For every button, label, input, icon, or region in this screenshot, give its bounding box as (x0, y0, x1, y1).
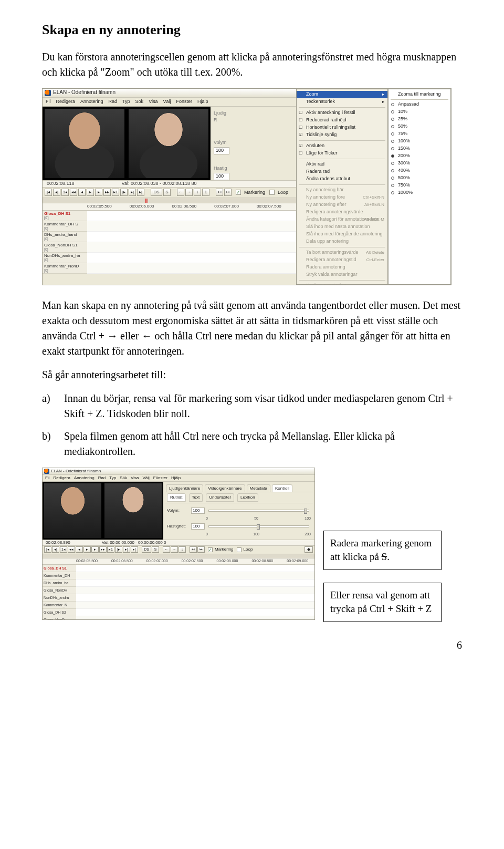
goto-end-button[interactable]: ▸| (123, 546, 130, 553)
step-back-px-button[interactable]: ◂ (78, 189, 86, 196)
sel-left-button[interactable]: ← (163, 546, 170, 553)
menu-valj[interactable]: Välj (163, 98, 171, 105)
ctx-item[interactable]: ☐Horisontiellt rullningslist (297, 124, 387, 131)
menu-annotering[interactable]: Annotering (80, 98, 103, 105)
ctx-item[interactable]: Radera annotering (297, 264, 387, 271)
ctx-item[interactable]: Ny annotering här (297, 187, 387, 194)
to-left-button[interactable]: ↤ (190, 546, 197, 553)
menu-item[interactable]: Sök (120, 475, 127, 481)
markering-checkbox[interactable] (208, 547, 213, 552)
tier-row[interactable] (76, 602, 314, 609)
sel-down-button[interactable]: ↓ (194, 189, 201, 196)
tier-row[interactable] (76, 594, 314, 602)
ctx-item[interactable]: Slå ihop med nästa annotation (297, 223, 387, 231)
tab-ljudigenkannare[interactable]: Ljudigenkännare (166, 484, 203, 492)
annotation-canvas[interactable] (76, 565, 314, 620)
zoom-option[interactable]: 25% (388, 116, 450, 123)
tab-metadata[interactable]: Metadata (247, 484, 270, 492)
play-button[interactable]: ▸ (83, 546, 91, 553)
hastighet-value[interactable]: 100 (191, 523, 205, 530)
menu-item[interactable]: Visa (131, 475, 139, 481)
subtab-rutnat[interactable]: Rutnät (167, 493, 186, 502)
ctx-item[interactable]: Ändra radens attribut (297, 175, 387, 183)
tab-kontroll[interactable]: Kontroll (272, 484, 292, 492)
menu-redigera[interactable]: Redigera (56, 98, 76, 105)
tier-label[interactable]: Kommentar_N (43, 602, 76, 609)
markering-checkbox[interactable] (236, 190, 241, 195)
hastighet-slider[interactable] (208, 525, 309, 527)
menu-item[interactable]: Hjälp (171, 475, 181, 481)
time-ruler[interactable]: 00:02:05.500 00:02:06.500 00:02:07.000 0… (43, 558, 314, 565)
tier-label[interactable]: NonDHs_andra (43, 594, 76, 602)
zoom-option[interactable]: Anpassad (388, 101, 450, 108)
ctx-item[interactable]: Kopiera annotering (297, 282, 387, 285)
menu-fil[interactable]: Fil (46, 98, 51, 105)
tier-label[interactable]: NonDHs_andra_ha[0] (43, 253, 87, 263)
tier-label[interactable]: DHs_andra_ha (43, 579, 76, 587)
ctx-item[interactable]: Stryk valda annoteringar (297, 271, 387, 278)
subtab-undertexter[interactable]: Undertexter (206, 493, 234, 502)
s-button[interactable]: S (163, 189, 171, 196)
menu-item[interactable]: Fönster (153, 475, 167, 481)
sel-left-button[interactable]: ← (177, 189, 184, 196)
to-left-button[interactable]: ↤ (216, 189, 223, 196)
tier-label[interactable]: Glosa_DH S1[0] (43, 211, 87, 221)
ctx-zoom[interactable]: Zoom▸ (297, 91, 387, 98)
to-right-button[interactable]: ↦ (224, 189, 232, 196)
ctx-item[interactable]: Aktiv rad (297, 161, 387, 168)
loop-checkbox[interactable] (237, 547, 242, 552)
menu-item[interactable]: Typ (109, 475, 116, 481)
zoom-option[interactable]: 200% (388, 152, 450, 160)
tier-row[interactable] (76, 616, 314, 620)
tier-label[interactable]: Kommentar_DH (43, 572, 76, 579)
step-fwd-sec-button[interactable]: ▸1 (112, 189, 119, 196)
tier-label[interactable]: Kommentar_NonD[0] (43, 263, 87, 274)
selection-mode-button[interactable]: ◆ (304, 546, 313, 553)
ctx-item[interactable]: Redigera annoteringsvärde (297, 209, 387, 216)
play-selection-button[interactable]: ▸| (137, 189, 144, 196)
tier-label[interactable]: Kommentar_DH S[0] (43, 221, 87, 232)
zoom-option[interactable]: 500% (388, 174, 450, 182)
menu-item[interactable]: Rad (98, 475, 106, 481)
menu-item[interactable]: Välj (142, 475, 149, 481)
ctx-item[interactable]: ☑Tidslinje synlig (297, 131, 387, 139)
density-bar[interactable] (43, 554, 314, 558)
tier-label[interactable]: DHs_andra_hand[0] (43, 232, 87, 242)
zoom-submenu[interactable]: Zooma till markering Anpassad 10% 25% 50… (388, 89, 451, 285)
menu-item[interactable]: Redigera (53, 475, 70, 481)
ctx-item[interactable]: ☑Ansluten (297, 142, 387, 150)
ctx-item[interactable]: Radera rad (297, 168, 387, 175)
menu-item[interactable]: Fil (45, 475, 49, 481)
step-fwd-frame-button[interactable]: ▸▸ (99, 546, 107, 553)
tier-row[interactable] (76, 572, 314, 579)
context-menu[interactable]: Zoom▸ Teckenstorlek▸ ☐Aktiv anteckning i… (296, 89, 388, 285)
subtab-text[interactable]: Text (189, 493, 203, 502)
sel-right-button[interactable]: → (171, 546, 178, 553)
tier-label[interactable]: Glosa_DH S1 (43, 565, 76, 572)
play-button[interactable]: ▸ (87, 189, 94, 196)
zoom-option[interactable]: 10% (388, 108, 450, 116)
menu-item[interactable]: Annotering (74, 475, 94, 481)
tier-label[interactable]: Glosa_NonDH S1[0] (43, 242, 87, 253)
volym-value[interactable]: 100 (214, 147, 229, 154)
zoom-option[interactable]: 1000% (388, 189, 450, 196)
tier-row[interactable] (76, 565, 314, 572)
hastighet-value[interactable]: 100 (214, 173, 229, 180)
ctx-item[interactable]: Redigera annoteringstidCtrl-Enter (297, 256, 387, 264)
subtab-lexikon[interactable]: Lexikon (237, 493, 258, 502)
goto-end-button[interactable]: ▸| (129, 189, 136, 196)
step-fwd-sec-button[interactable]: ▸1 (107, 546, 114, 553)
menu-rad[interactable]: Rad (109, 98, 118, 105)
ctx-item[interactable]: Ändra kategori för annotationsdataAlt+Sk… (297, 216, 387, 223)
ctx-item[interactable]: Ny annotering efterAlt+Skift-N (297, 201, 387, 209)
menu-typ[interactable]: Typ (122, 98, 130, 105)
one-button[interactable]: 1 (202, 189, 209, 196)
zoom-option[interactable]: 150% (388, 145, 450, 152)
tier-row[interactable] (76, 609, 314, 616)
sel-down-button[interactable]: ↓ (178, 546, 186, 553)
ctx-item[interactable]: Ta bort annoteringsvärdeAlt-Delete (297, 249, 387, 256)
to-right-button[interactable]: ↦ (197, 546, 205, 553)
loop-checkbox[interactable] (269, 190, 275, 195)
zoom-option[interactable]: 300% (388, 160, 450, 167)
menu-visa[interactable]: Visa (149, 98, 158, 105)
